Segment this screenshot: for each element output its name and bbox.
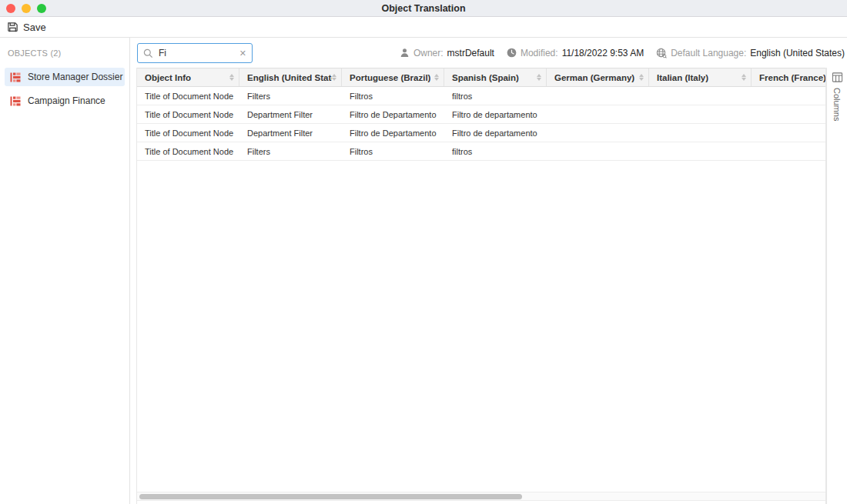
- column-header-label: Object Info: [145, 73, 191, 82]
- table-row: Title of Document NodeFiltersFiltrosfilt…: [137, 87, 826, 105]
- column-header[interactable]: English (United States): [239, 68, 342, 86]
- column-header-label: French (France): [759, 73, 826, 82]
- owner-info: Owner: mstrDefault: [400, 48, 494, 58]
- column-header-label: Italian (Italy): [657, 73, 708, 82]
- table-cell[interactable]: filtros: [444, 87, 547, 105]
- modified-label: Modified:: [521, 48, 558, 58]
- default-language-info: Default Language: English (United States…: [656, 48, 845, 58]
- table-cell[interactable]: Title of Document Node: [137, 124, 239, 142]
- table-cell[interactable]: Department Filter: [239, 124, 342, 142]
- person-icon: [400, 48, 410, 58]
- clock-icon: [507, 48, 517, 58]
- column-header-label: Portuguese (Brazil): [350, 73, 430, 82]
- floppy-disk-icon: [7, 22, 18, 33]
- table-cell[interactable]: Department Filter: [239, 105, 342, 123]
- column-header[interactable]: Portuguese (Brazil): [342, 68, 444, 86]
- sidebar-item-store-manager-dossier[interactable]: Store Manager Dossier: [5, 68, 125, 86]
- table-cell[interactable]: [547, 124, 649, 142]
- sidebar-item-label: Store Manager Dossier: [28, 72, 122, 82]
- table-cell[interactable]: Filtro de Departamento: [342, 124, 444, 142]
- owner-value: mstrDefault: [447, 48, 494, 58]
- column-header[interactable]: German (Germany): [547, 68, 649, 86]
- column-header[interactable]: Object Info: [137, 68, 239, 86]
- sort-icon[interactable]: [332, 74, 336, 81]
- column-header[interactable]: French (France): [752, 68, 826, 86]
- table-cell[interactable]: [752, 142, 826, 160]
- search-box[interactable]: ✕: [137, 43, 253, 63]
- sort-icon[interactable]: [537, 74, 541, 81]
- table-cell[interactable]: [752, 87, 826, 105]
- sort-icon[interactable]: [639, 74, 644, 81]
- table-cell[interactable]: [547, 142, 649, 160]
- horizontal-scrollbar[interactable]: [137, 492, 825, 501]
- table-cell[interactable]: [649, 124, 752, 142]
- modified-value: 11/18/2022 9:53 AM: [562, 48, 644, 58]
- columns-panel-label: Columns: [832, 88, 842, 121]
- table-cell[interactable]: Filtros: [342, 87, 444, 105]
- default-language-label: Default Language:: [671, 48, 746, 58]
- table-cell[interactable]: Title of Document Node: [137, 142, 239, 160]
- table-columns-icon: [832, 72, 843, 83]
- toolbar: Save: [0, 17, 847, 38]
- modified-info: Modified: 11/18/2022 9:53 AM: [507, 48, 644, 58]
- table-cell[interactable]: Filtro de Departamento: [342, 105, 444, 123]
- search-input[interactable]: [159, 48, 239, 58]
- table-cell[interactable]: Title of Document Node: [137, 105, 239, 123]
- table-row: Title of Document NodeDepartment FilterF…: [137, 124, 826, 142]
- translation-table: Object InfoEnglish (United States)Portug…: [136, 68, 826, 504]
- table-row: Title of Document NodeFiltersFiltrosfilt…: [137, 142, 826, 161]
- table-cell[interactable]: [752, 124, 826, 142]
- table-body: Title of Document NodeFiltersFiltrosfilt…: [137, 87, 825, 161]
- column-header[interactable]: Spanish (Spain): [444, 68, 547, 86]
- sort-icon[interactable]: [229, 74, 234, 81]
- table-cell[interactable]: [649, 142, 752, 160]
- table-cell[interactable]: Filters: [239, 87, 342, 105]
- table-empty-area: [137, 161, 825, 492]
- object-info-bar: Owner: mstrDefault Modified: 11/18/2022 …: [400, 38, 845, 68]
- table-header-row: Object InfoEnglish (United States)Portug…: [137, 68, 826, 87]
- horizontal-scrollbar-thumb[interactable]: [139, 494, 522, 499]
- default-language-value: English (United States): [750, 48, 845, 58]
- table-cell[interactable]: Filtro de departamento: [444, 124, 547, 142]
- table-cell[interactable]: Filtro de departamento: [444, 105, 547, 123]
- dossier-icon: [10, 72, 21, 82]
- save-button[interactable]: Save: [7, 22, 46, 33]
- sidebar-item-label: Campaign Finance: [28, 95, 105, 106]
- magnifier-icon: [143, 48, 153, 58]
- table-cell[interactable]: filtros: [444, 142, 547, 160]
- objects-sidebar: OBJECTS (2) Store Manager Dossier: [0, 38, 130, 504]
- dossier-icon: [10, 96, 21, 106]
- window-title: Object Translation: [0, 3, 847, 14]
- table-cell[interactable]: Title of Document Node: [137, 87, 239, 105]
- column-header-label: Spanish (Spain): [452, 73, 519, 82]
- columns-panel-button[interactable]: Columns: [826, 68, 847, 504]
- table-row: Title of Document NodeDepartment FilterF…: [137, 105, 826, 124]
- globe-icon: [656, 48, 667, 58]
- sort-icon[interactable]: [742, 74, 746, 81]
- table-cell[interactable]: Filtros: [342, 142, 444, 160]
- main-panel: ✕ Owner: mstrDefault: [130, 38, 847, 504]
- save-button-label: Save: [23, 22, 46, 33]
- table-cell[interactable]: [547, 87, 649, 105]
- column-header[interactable]: Italian (Italy): [649, 68, 752, 86]
- table-cell[interactable]: Filters: [239, 142, 342, 160]
- table-cell[interactable]: [547, 105, 649, 123]
- column-header-label: German (Germany): [554, 73, 634, 82]
- clear-search-icon[interactable]: ✕: [239, 49, 246, 58]
- sidebar-item-campaign-finance[interactable]: Campaign Finance: [5, 92, 125, 110]
- table-cell[interactable]: [649, 105, 752, 123]
- table-cell[interactable]: [752, 105, 826, 123]
- sort-icon[interactable]: [434, 74, 439, 81]
- title-bar: Object Translation: [0, 0, 847, 17]
- owner-label: Owner:: [413, 48, 444, 58]
- table-cell[interactable]: [649, 87, 752, 105]
- objects-count-label: OBJECTS (2): [0, 45, 129, 65]
- column-header-label: English (United States): [247, 73, 332, 82]
